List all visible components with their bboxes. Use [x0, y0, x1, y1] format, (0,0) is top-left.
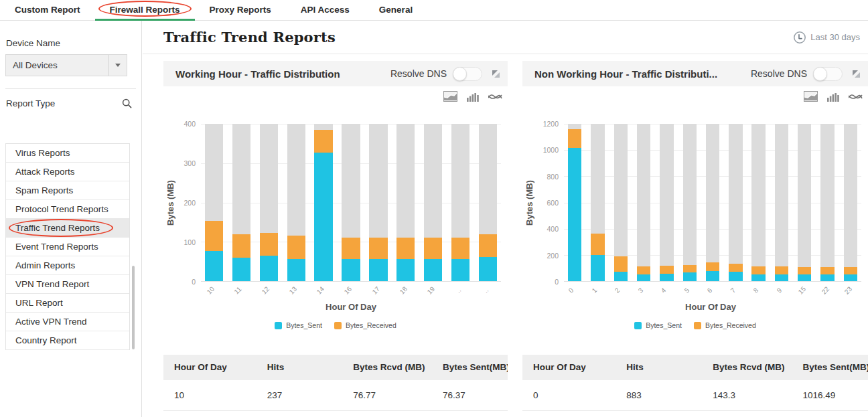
- bar[interactable]: [634, 124, 653, 281]
- bar-segment-received: [844, 267, 857, 274]
- column-header: Bytes Rcvd (MB): [342, 355, 432, 380]
- sidebar-item-attack-reports[interactable]: Attack Reports: [6, 163, 129, 181]
- bar[interactable]: [565, 124, 584, 281]
- bar[interactable]: [340, 124, 363, 281]
- column-header: Bytes Rcvd (MB): [702, 355, 792, 380]
- y-tick-label: 400: [547, 225, 559, 233]
- table-cell: 883: [616, 380, 702, 410]
- sidebar-item-event-trend-reports[interactable]: Event Trend Reports: [6, 238, 129, 256]
- time-range-badge[interactable]: Last 30 days: [793, 31, 860, 44]
- sidebar-item-url-report[interactable]: URL Report: [6, 294, 129, 313]
- bar[interactable]: [772, 124, 791, 281]
- bar[interactable]: [611, 124, 630, 281]
- bar[interactable]: [841, 124, 860, 281]
- sidebar-item-admin-reports[interactable]: Admin Reports: [6, 256, 129, 275]
- legend-label: Bytes_Received: [705, 321, 756, 329]
- bar-segment-sent: [820, 274, 834, 281]
- legend-item-bytes-received[interactable]: Bytes_Received: [334, 321, 396, 329]
- tab-custom-report[interactable]: Custom Report: [0, 0, 95, 20]
- sidebar-item-traffic-trend-reports[interactable]: Traffic Trend Reports: [6, 219, 129, 238]
- bar[interactable]: [257, 124, 281, 281]
- bar[interactable]: [795, 124, 814, 281]
- bar-segment-received: [798, 267, 811, 274]
- legend-label: Bytes_Received: [346, 321, 396, 329]
- bar-segment-received: [396, 238, 415, 259]
- legend-item-bytes-sent[interactable]: Bytes_Sent: [634, 321, 682, 329]
- line-chart-icon[interactable]: [849, 92, 863, 101]
- table-cell: 0: [522, 380, 616, 410]
- bar[interactable]: [312, 124, 336, 281]
- bar-chart-icon[interactable]: [467, 92, 479, 102]
- bar[interactable]: [657, 124, 676, 281]
- sidebar-item-protocol-trend-reports[interactable]: Protocol Trend Reports: [6, 200, 129, 219]
- device-select[interactable]: All Devices: [5, 54, 127, 76]
- bar[interactable]: [202, 124, 226, 281]
- y-tick-label: 600: [547, 199, 559, 207]
- x-axis-title: Hour Of Day: [163, 302, 508, 312]
- panel-header: Non Working Hour - Traffic Distributi...…: [522, 61, 868, 86]
- column-header: Hour Of Day: [163, 355, 257, 380]
- bar-segment-received: [342, 238, 360, 259]
- tab-label: General: [379, 5, 413, 15]
- bar-segment-received: [637, 266, 650, 274]
- sidebar-item-spam-reports[interactable]: Spam Reports: [6, 181, 129, 200]
- bar[interactable]: [749, 124, 768, 281]
- tab-label: Proxy Reports: [210, 5, 271, 15]
- bar-segment-sent: [287, 259, 305, 281]
- bar-segment-sent: [205, 251, 223, 281]
- x-tick-label: 6: [706, 286, 718, 299]
- bar[interactable]: [726, 124, 745, 281]
- bar-segment-received: [369, 238, 387, 259]
- search-icon[interactable]: [122, 98, 132, 108]
- tab-label: Firewall Reports: [110, 5, 180, 15]
- resolve-dns-toggle[interactable]: [813, 67, 843, 81]
- bar-segment-sent: [479, 257, 497, 281]
- area-chart-icon[interactable]: [443, 91, 457, 102]
- resolve-dns-toggle[interactable]: [453, 67, 482, 81]
- sidebar-item-country-report[interactable]: Country Report: [6, 331, 129, 350]
- bar[interactable]: [476, 124, 500, 281]
- chart-legend: Bytes_SentBytes_Received: [522, 321, 868, 329]
- bar-segment-received: [729, 264, 742, 272]
- bar-segment-received: [260, 233, 278, 256]
- bar-chart-icon[interactable]: [827, 92, 839, 102]
- bar-segment-received: [232, 234, 250, 258]
- x-tick-label: 13: [288, 285, 303, 300]
- area-chart-icon[interactable]: [804, 91, 818, 102]
- y-tick-label: 100: [184, 238, 196, 246]
- tab-api-access[interactable]: API Access: [286, 0, 364, 20]
- bar[interactable]: [230, 124, 253, 281]
- bar[interactable]: [394, 124, 417, 281]
- y-tick-label: 200: [184, 199, 196, 207]
- panel-working-hour: Working Hour - Traffic Distribution Reso…: [163, 61, 508, 417]
- bar[interactable]: [421, 124, 445, 281]
- expand-icon[interactable]: [853, 70, 860, 78]
- legend-item-bytes-sent[interactable]: Bytes_Sent: [275, 321, 322, 329]
- sidebar-item-label: Event Trend Reports: [15, 242, 98, 252]
- sidebar-item-vpn-trend-report[interactable]: VPN Trend Report: [6, 275, 129, 294]
- bar[interactable]: [703, 124, 722, 281]
- x-tick-label: 4: [660, 286, 672, 299]
- expand-icon[interactable]: [492, 70, 500, 78]
- bar[interactable]: [680, 124, 699, 281]
- bar[interactable]: [285, 124, 308, 281]
- bar-segment-received: [205, 221, 223, 251]
- legend-item-bytes-received[interactable]: Bytes_Received: [694, 321, 756, 329]
- tab-general[interactable]: General: [364, 0, 427, 20]
- tab-proxy-reports[interactable]: Proxy Reports: [195, 0, 286, 20]
- bar[interactable]: [366, 124, 390, 281]
- x-tick-label: 5: [683, 286, 695, 299]
- tab-firewall-reports[interactable]: Firewall Reports: [95, 0, 195, 20]
- scrollbar-thumb[interactable]: [132, 266, 135, 349]
- page-title: Traffic Trend Reports: [163, 29, 793, 46]
- bar[interactable]: [588, 124, 607, 281]
- bar-segment-sent: [424, 259, 442, 281]
- sidebar-item-virus-reports[interactable]: Virus Reports: [6, 144, 129, 163]
- sidebar-item-label: Protocol Trend Reports: [15, 204, 108, 214]
- bar-segment-sent: [232, 258, 250, 281]
- sidebar-item-active-vpn-trend[interactable]: Active VPN Trend: [6, 313, 129, 331]
- column-header: Hits: [616, 355, 702, 380]
- bar[interactable]: [818, 124, 837, 281]
- bar[interactable]: [449, 124, 472, 281]
- line-chart-icon[interactable]: [488, 92, 502, 101]
